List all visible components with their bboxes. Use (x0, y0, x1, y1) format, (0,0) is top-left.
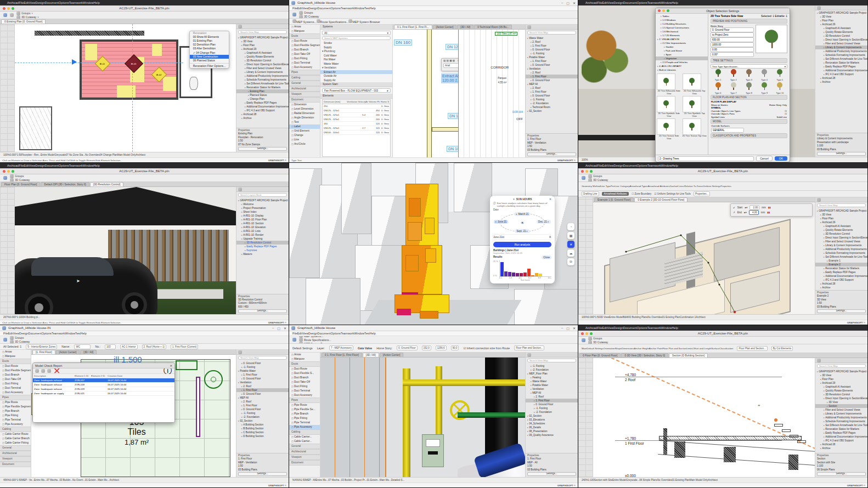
quick-option[interactable]: 03 Building Plans (629, 316, 648, 319)
menu-item[interactable]: Window (83, 164, 94, 167)
system-item[interactable]: Supply Air (320, 78, 392, 83)
tree-item[interactable]: Heating (526, 376, 578, 379)
tree-item[interactable]: -2. Foundation (526, 368, 578, 372)
navigator-header[interactable] (526, 353, 578, 358)
systems-search[interactable]: Search MEP Systems (322, 36, 391, 40)
navigator-header[interactable] (236, 350, 289, 355)
toolbox-item[interactable]: Text (289, 120, 320, 124)
tab[interactable]: [1. First Floor] (32, 350, 55, 354)
quick-option[interactable]: 07 No Zone Sta... (66, 154, 85, 156)
toolbox-item[interactable]: Duct Route (0, 364, 31, 368)
tree-item[interactable]: Waste Water (526, 379, 578, 383)
system-item[interactable]: Cold Water (320, 54, 392, 58)
tab[interactable]: 0 Technical Room [06 Bu... (474, 25, 512, 29)
object-thumbnail[interactable]: 2D Tree Texture Top View (683, 118, 707, 140)
toolbox-item[interactable]: Document (289, 460, 320, 466)
quick-option[interactable]: 100% (582, 316, 588, 319)
tree-item[interactable]: Existing Plan (236, 89, 289, 93)
system-start-dropdown[interactable]: Fan Powered Box - FLOW EQUIPMENT - 003▸ (322, 88, 391, 93)
toolbar-group[interactable]: Orientation (604, 347, 615, 350)
layer-dropdown[interactable]: 2 - Drawing Trees (658, 156, 754, 161)
toolbox-item[interactable]: Line (289, 138, 320, 142)
library-folder[interactable]: 1.3 Windows (656, 18, 708, 22)
menu-item[interactable]: Document (318, 7, 331, 10)
orbit-tool[interactable]: ◔ (567, 223, 574, 230)
layers-tool[interactable]: ▦ (567, 232, 574, 239)
quick-option[interactable]: Entire Mo... (315, 479, 328, 481)
tree-item[interactable]: 02_Section (526, 414, 578, 418)
view-map-search[interactable]: Search View Map (238, 30, 287, 34)
system-item[interactable]: Extract Air (320, 70, 392, 75)
quick-option[interactable]: Section with Site (594, 479, 612, 481)
settings-button[interactable]: Settings... (238, 472, 287, 476)
menu-item[interactable]: File (19, 1, 24, 4)
section-floor-plan[interactable]: FLOOR PLAN AND SECTION (711, 95, 787, 100)
toolbar-group[interactable]: Limits (686, 347, 692, 350)
toolbox-item[interactable]: Architectural (0, 451, 31, 456)
tree-item[interactable]: 1. First Floor (526, 90, 578, 94)
renovation-menu-item[interactable]: ✓ 04 Change Plan (190, 50, 229, 55)
traffic-lights[interactable] (3, 7, 14, 10)
view-map-search[interactable]: Search View Map (817, 203, 866, 207)
system-item[interactable]: ▾ Ventilation (320, 66, 392, 70)
quick-option[interactable]: 1:100 (17, 316, 23, 319)
renovation-menu-item[interactable]: Renovation Filter Options... (190, 63, 229, 68)
toolbox-item[interactable]: Arc/Circle (289, 142, 320, 146)
dn-label[interactable]: DN 160 (394, 39, 412, 46)
navigator-header[interactable] (236, 187, 289, 192)
quick-option[interactable]: 0.000° (10, 316, 17, 319)
home-icon[interactable] (3, 176, 7, 180)
tree-item[interactable]: 3D View (815, 373, 867, 377)
section-classification[interactable]: CLASSIFICATION AND PROPERTIES (711, 133, 787, 138)
tab[interactable]: 0 1. First Floor [1. First Fl... (394, 25, 432, 29)
toolbox-item[interactable]: Duct Flexible Segment (289, 43, 320, 48)
toolbox-item[interactable]: General (289, 81, 320, 86)
tree-item[interactable]: 0. Ground Floor (236, 361, 289, 365)
system-item[interactable]: Outside Air (320, 74, 392, 78)
tree-item[interactable]: GRAPHISOFT ARCHICAD Sample Project - Hil… (236, 36, 289, 39)
quick-option[interactable]: Combination 1 (680, 316, 696, 319)
line-category-dropdown[interactable]: Drafting Line (582, 191, 599, 196)
toolbar-button[interactable]: 3D Cutaway▾ (16, 15, 39, 19)
tab[interactable]: [Action Center] (380, 353, 404, 357)
menu-item[interactable]: View (13, 332, 19, 335)
tree-item[interactable]: Additional Documentation Improvements (815, 69, 867, 72)
system-item[interactable]: ▾ Plumbing (320, 49, 392, 54)
toolbox-item[interactable]: Ducts (289, 33, 320, 39)
story-dropdown[interactable]: 0. Ground Floor (397, 345, 418, 350)
report-row[interactable]: Zone: Inadequate exhaustZON-01816.07.202… (33, 383, 174, 387)
section-preview[interactable]: PREVIEW AND POSITIONING (711, 19, 787, 24)
toolbar-group[interactable]: Relation To Zones (684, 185, 703, 188)
toolbox-item[interactable]: Angle Dimension (289, 116, 320, 120)
toolbar-group[interactable]: Offset and Length (692, 347, 711, 350)
toolbox-item[interactable]: Level Dimension (289, 107, 320, 111)
tree-item[interactable]: 2. Roof (526, 395, 578, 399)
renovation-menu-item[interactable]: 03 After Demolition (190, 47, 229, 50)
ref-field[interactable]: to Project Zero (711, 32, 754, 37)
menu-item[interactable]: View (607, 164, 614, 167)
quick-option[interactable]: No Overri... (72, 479, 85, 481)
zone-plan-canvas[interactable]: ill 1.500 WC103Tiles1,87 m² Model Check … (31, 355, 236, 477)
tree-item[interactable]: 1. First Floor (526, 59, 578, 63)
tree-item[interactable]: Potable Water (526, 383, 578, 387)
city-3d-canvas[interactable]: ☀SUN HOURS✕ ⓘSun hours analysis calculat… (289, 163, 578, 325)
tool-palette[interactable] (578, 358, 593, 477)
tree-item[interactable]: Ventilation (526, 67, 578, 71)
toolbox-item[interactable]: Pipe Flexible Se... (289, 407, 320, 412)
ok-button[interactable]: OK (775, 156, 787, 161)
tree-item[interactable]: -1. Footing (236, 411, 289, 415)
tree-item[interactable]: IFC 4.3 and OBJ Support (815, 439, 867, 442)
quick-option[interactable]: Main Mo... (380, 479, 391, 481)
tree-item[interactable]: Graphisoft AI Assistant (815, 224, 867, 228)
library-folder[interactable]: 1.6 Mechanical (656, 30, 708, 33)
dialog-traffic-lights[interactable] (658, 9, 669, 12)
toolbox-item[interactable]: Cabling (289, 75, 320, 81)
default-settings[interactable]: Default Settings (292, 347, 313, 350)
menu-item[interactable]: View (607, 1, 614, 4)
toolbox-item[interactable]: Cable Carrier... (289, 435, 320, 439)
tree-item[interactable]: MEP All (236, 396, 289, 400)
menu-item[interactable]: Archicad (585, 326, 597, 330)
system-item[interactable]: Supply (320, 46, 392, 50)
table-row[interactable]: DN100 - 100x11200. Grou (323, 130, 390, 135)
menu-item[interactable]: File (3, 332, 8, 335)
